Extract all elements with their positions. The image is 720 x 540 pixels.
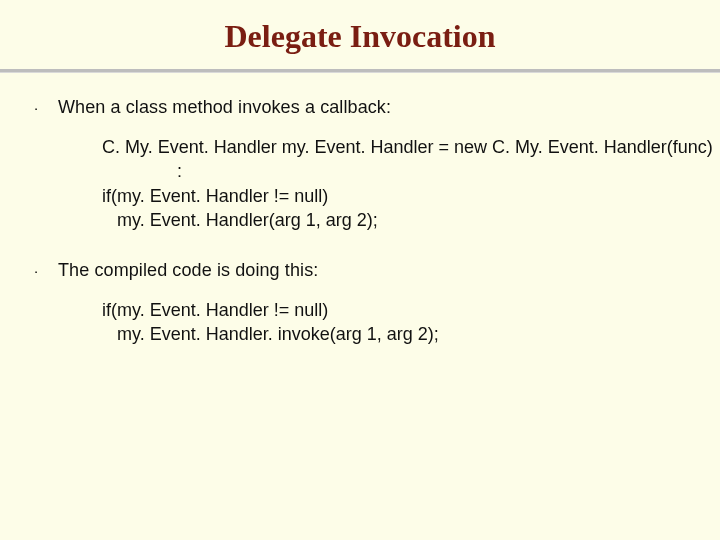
bullet-text: The compiled code is doing this: bbox=[58, 260, 690, 281]
slide-title: Delegate Invocation bbox=[0, 0, 720, 69]
code-block: if(my. Event. Handler != null) my. Event… bbox=[102, 298, 690, 347]
slide-body: · When a class method invokes a callback… bbox=[0, 75, 720, 347]
bullet-glyph: · bbox=[30, 97, 58, 119]
bullet-text: When a class method invokes a callback: bbox=[58, 97, 690, 118]
slide: Delegate Invocation · When a class metho… bbox=[0, 0, 720, 540]
bullet-item: · The compiled code is doing this: bbox=[30, 260, 690, 282]
divider-rule bbox=[0, 69, 720, 75]
bullet-item: · When a class method invokes a callback… bbox=[30, 97, 690, 119]
bullet-glyph: · bbox=[30, 260, 58, 282]
code-block: C. My. Event. Handler my. Event. Handler… bbox=[102, 135, 690, 232]
